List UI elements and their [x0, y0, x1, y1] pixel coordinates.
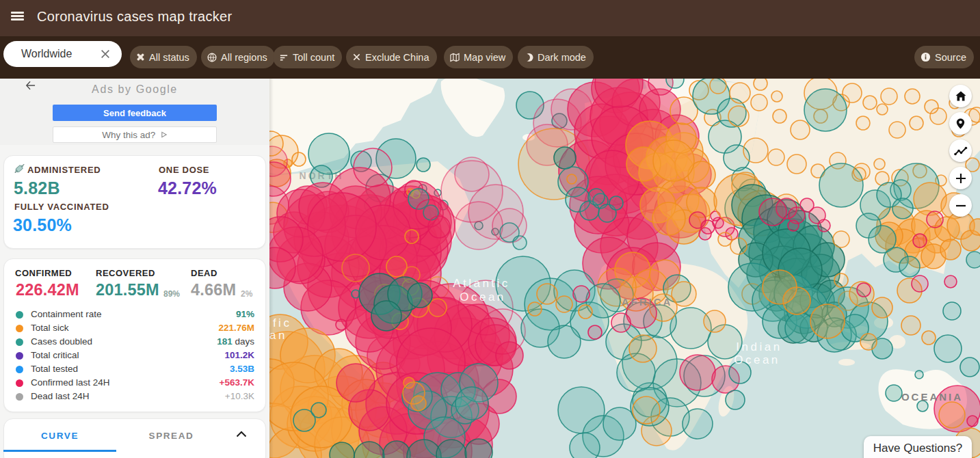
svg-text:OCEANIA: OCEANIA [901, 391, 963, 403]
svg-text:Atlantic: Atlantic [453, 277, 510, 290]
svg-text:Ocean: Ocean [460, 291, 506, 304]
svg-text:Indian: Indian [736, 340, 782, 353]
svg-text:Ocean: Ocean [734, 353, 780, 366]
svg-text:AFRICA: AFRICA [622, 296, 673, 308]
